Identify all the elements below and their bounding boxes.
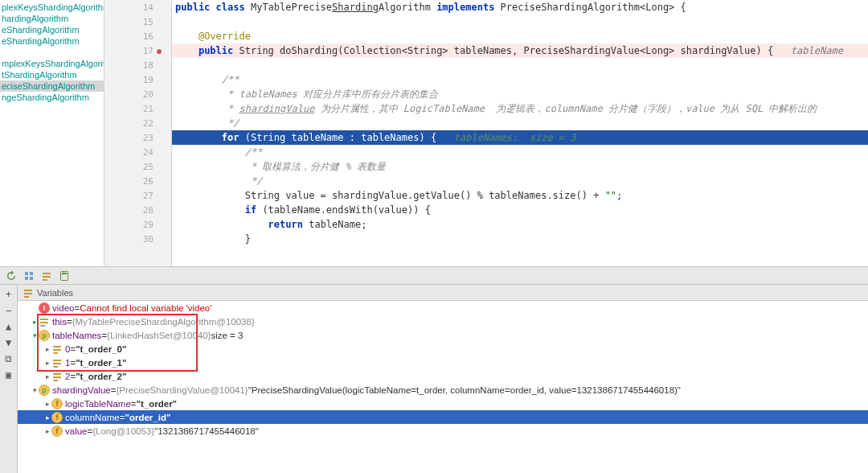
variable-row[interactable]: ▸2 = "t_order_2": [18, 369, 868, 383]
variables-icon: [23, 287, 34, 298]
ide-root: plexKeysShardingAlgorithmhardingAlgorith…: [0, 0, 868, 473]
editor-gutter[interactable]: 14151617●18192021222324252627282930: [104, 0, 172, 266]
calculator-icon[interactable]: [58, 269, 71, 282]
svg-rect-18: [53, 360, 61, 361]
expand-icon[interactable]: ▸: [43, 359, 51, 367]
expand-icon[interactable]: ▾: [31, 386, 39, 394]
add-watch-icon[interactable]: +: [2, 288, 15, 301]
svg-rect-19: [53, 363, 61, 364]
svg-rect-0: [25, 272, 28, 275]
expand-icon[interactable]: ▸: [43, 345, 51, 353]
gutter-line[interactable]: 27: [104, 188, 171, 203]
code-line[interactable]: public String doSharding(Collection<Stri…: [172, 43, 868, 58]
variable-row[interactable]: ▸fcolumnName = "order_id": [18, 410, 868, 424]
code-line[interactable]: */: [172, 174, 868, 188]
structure-item[interactable]: mplexKeysShardingAlgorithm: [0, 58, 104, 69]
down-icon[interactable]: ▼: [2, 336, 15, 349]
code-line[interactable]: return tableName;: [172, 217, 868, 232]
code-line[interactable]: * shardingValue 为分片属性，其中 LogicTableName …: [172, 101, 868, 116]
code-pane[interactable]: public class MyTablePreciseShardingAlgor…: [172, 0, 868, 266]
code-line[interactable]: [172, 14, 868, 29]
code-line[interactable]: @Override: [172, 29, 868, 43]
variable-name: columnName: [65, 413, 120, 422]
gutter-line[interactable]: 21: [104, 101, 171, 116]
gutter-line[interactable]: 17●: [104, 43, 171, 58]
gutter-line[interactable]: 14: [104, 0, 171, 14]
frames-icon[interactable]: [23, 269, 35, 282]
svg-rect-5: [43, 276, 51, 278]
field-icon: f: [51, 426, 63, 437]
structure-item[interactable]: eShardingAlgorithm: [0, 35, 104, 47]
variable-row[interactable]: !video = Cannot find local variable 'vid…: [18, 301, 868, 315]
up-icon[interactable]: ▲: [2, 320, 15, 333]
expand-icon[interactable]: ▸: [31, 318, 39, 326]
svg-rect-23: [53, 380, 58, 381]
expand-icon[interactable]: ▸: [43, 372, 51, 380]
gutter-line[interactable]: 18: [104, 58, 171, 72]
threads-icon[interactable]: [40, 269, 53, 282]
svg-rect-13: [40, 322, 48, 323]
code-line[interactable]: }: [172, 232, 868, 246]
svg-rect-11: [24, 296, 29, 298]
expand-icon[interactable]: ▸: [43, 413, 51, 422]
gutter-line[interactable]: 25: [104, 159, 171, 174]
gutter-line[interactable]: 26: [104, 174, 171, 188]
code-line[interactable]: if (tableName.endsWith(value)) {: [172, 203, 868, 217]
svg-rect-9: [24, 290, 32, 291]
variable-row[interactable]: ▸fvalue = {Long@10053} "1321386717455446…: [18, 424, 868, 438]
code-line[interactable]: public class MyTablePreciseShardingAlgor…: [172, 0, 868, 14]
expand-icon[interactable]: ▸: [43, 400, 51, 408]
restart-icon[interactable]: [5, 269, 18, 282]
svg-rect-17: [53, 352, 58, 354]
variable-row[interactable]: ▾pshardingValue = {PreciseShardingValue@…: [18, 383, 868, 397]
code-line[interactable]: /**: [172, 72, 868, 87]
svg-rect-12: [40, 319, 48, 320]
gutter-line[interactable]: 23: [104, 130, 171, 145]
svg-rect-2: [25, 277, 28, 280]
structure-item[interactable]: ngeShardingAlgorithm: [0, 92, 104, 103]
variable-row[interactable]: ▸this = {MyTablePreciseShardingAlgorithm…: [18, 315, 868, 328]
code-line[interactable]: */: [172, 116, 868, 130]
gutter-line[interactable]: 19: [104, 72, 171, 87]
variable-name: shardingValue: [52, 385, 111, 395]
structure-item[interactable]: eShardingAlgorithm: [0, 24, 104, 35]
gutter-line[interactable]: 15: [104, 14, 171, 29]
remove-watch-icon[interactable]: −: [2, 304, 15, 317]
breakpoint-icon[interactable]: ●: [157, 47, 170, 56]
expand-icon[interactable]: ▾: [31, 331, 39, 339]
code-line[interactable]: String value = shardingValue.getValue() …: [172, 188, 868, 203]
structure-item[interactable]: tShardingAlgorithm: [0, 69, 104, 80]
variables-tree[interactable]: !video = Cannot find local variable 'vid…: [18, 301, 868, 473]
variable-row[interactable]: ▸flogicTableName = "t_order": [18, 397, 868, 410]
variable-extra: "1321386717455446018": [154, 426, 259, 436]
gutter-line[interactable]: 30: [104, 232, 171, 246]
equals: =: [131, 399, 137, 409]
debugger-toolbar: [0, 267, 868, 285]
field-icon: f: [51, 398, 63, 409]
code-line[interactable]: /**: [172, 145, 868, 159]
structure-item[interactable]: hardingAlgorithm: [0, 13, 104, 24]
variable-row[interactable]: ▸1 = "t_order_1": [18, 356, 868, 369]
variable-row[interactable]: ▸0 = "t_order_0": [18, 342, 868, 356]
code-line[interactable]: * tableNames 对应分片库中所有分片表的集合: [172, 87, 868, 101]
gutter-line[interactable]: 16: [104, 29, 171, 43]
gutter-line[interactable]: 20: [104, 87, 171, 101]
gutter-line[interactable]: 22: [104, 116, 171, 130]
code-line[interactable]: * 取模算法，分片健 % 表数量: [172, 159, 868, 174]
structure-item[interactable]: plexKeysShardingAlgorithm: [0, 2, 104, 13]
collapse-icon[interactable]: ▣: [2, 368, 15, 381]
variable-extra: "PreciseShardingValue(logicTableName=t_o…: [248, 385, 681, 395]
expand-icon[interactable]: ▸: [43, 427, 51, 435]
structure-pane[interactable]: plexKeysShardingAlgorithmhardingAlgorith…: [0, 0, 104, 266]
equals: =: [67, 317, 72, 327]
code-line[interactable]: [172, 58, 868, 72]
code-line[interactable]: for (String tableName : tableNames) { ta…: [172, 130, 868, 145]
gutter-line[interactable]: 24: [104, 145, 171, 159]
copy-icon[interactable]: ⧉: [2, 352, 15, 365]
structure-item[interactable]: eciseShardingAlgorithm: [0, 80, 104, 92]
equals: =: [120, 413, 125, 422]
gutter-line[interactable]: 28: [104, 203, 171, 217]
gutter-line[interactable]: 29: [104, 217, 171, 232]
structure-item[interactable]: [0, 47, 104, 58]
variable-row[interactable]: ▾ptableNames = {LinkedHashSet@10040} siz…: [18, 328, 868, 342]
